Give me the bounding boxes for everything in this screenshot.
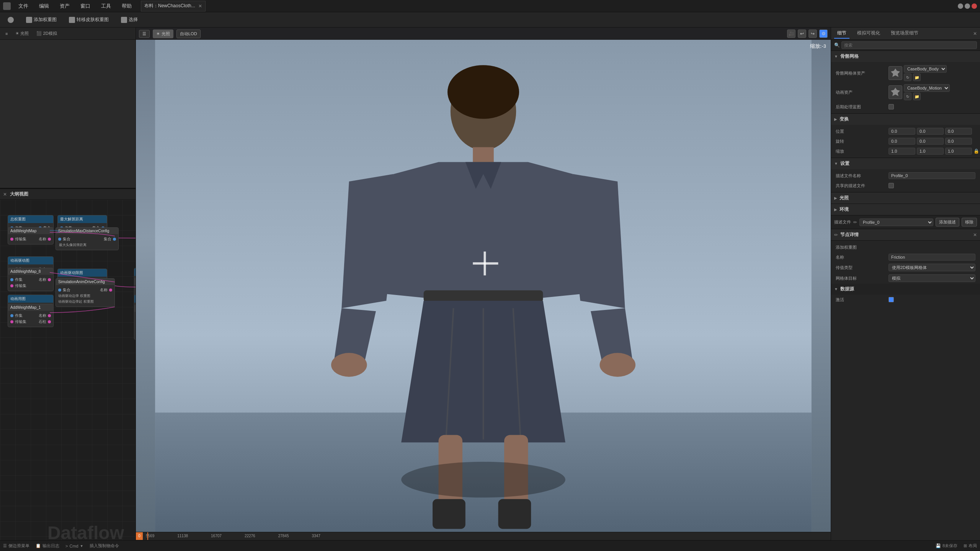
timeline-scrubber[interactable] — [147, 532, 148, 540]
remove-profile-btn[interactable]: 移除 — [962, 218, 977, 227]
status-save[interactable]: 💾 8未保存 — [936, 543, 957, 549]
node-detail-close[interactable]: ✕ — [973, 232, 977, 238]
transfer-type-select[interactable]: 使用2D模板网格体 — [889, 264, 975, 271]
panel-close-btn[interactable]: ✕ — [973, 31, 977, 36]
3d-viewport[interactable]: ☰ ☀ 光照 自动LOD 🎥 ↩ ↪ ⚙ — [136, 28, 831, 551]
profile-name-input[interactable] — [889, 172, 975, 179]
transfer-icon — [69, 17, 75, 23]
profile-name-row: 描述文件名称 — [831, 171, 980, 181]
settings-header[interactable]: ▼ 设置 — [831, 158, 980, 169]
lock-icon: 🔒 — [973, 148, 979, 154]
name-label: 名称 — [836, 254, 885, 260]
browse-motion-btn[interactable]: 📁 — [913, 93, 921, 100]
right-panel-header: 细节 模拟可视化 预览场景细节 ✕ — [831, 28, 980, 40]
graph-content[interactable]: Dataflow 总权重图 作集集合 AddWeightMap 传输集名称 — [0, 200, 136, 551]
close-btn[interactable] — [972, 3, 977, 9]
node-awm1[interactable]: AddWeightMap_1 作集名称 传输集石柱 — [8, 304, 54, 327]
environment-header[interactable]: ▶ 环境 — [831, 204, 980, 215]
svg-point-18 — [331, 353, 367, 377]
status-layout[interactable]: ⊞ 布局 — [964, 543, 977, 549]
lighting-header[interactable]: ▶ 光照 — [831, 192, 980, 204]
shared-desc-value — [889, 183, 975, 188]
profile-select[interactable]: Profile_0 — [859, 218, 933, 226]
status-sidebar-menu[interactable]: ☰ 侧边滑菜单 — [3, 543, 29, 549]
settings-btn[interactable]: ⚙ — [819, 29, 828, 38]
home-button[interactable] — [5, 15, 17, 24]
auto-lod-btn[interactable]: 自动LOD — [176, 29, 201, 38]
pin — [48, 320, 51, 323]
rot-y[interactable] — [917, 138, 944, 145]
refresh-motion-btn[interactable]: ↻ — [904, 93, 911, 100]
graph-background — [0, 200, 136, 551]
camera-btn[interactable]: 🎥 — [787, 29, 795, 38]
tab-details[interactable]: 细节 — [834, 28, 849, 39]
motion-thumbnail — [889, 85, 902, 99]
pos-x[interactable] — [889, 128, 915, 135]
body-asset-value: CaseBody_Body ↻ 📁 — [889, 65, 975, 81]
pos-z[interactable] — [945, 128, 972, 135]
lighting-btn[interactable]: ☀ 光照 — [13, 30, 31, 37]
redo-btn[interactable]: ↪ — [808, 29, 817, 38]
tab-close-btn[interactable]: ✕ — [198, 3, 202, 9]
post-process-value — [889, 104, 975, 109]
scale-y[interactable] — [917, 148, 944, 155]
menu-edit[interactable]: 编辑 — [36, 1, 52, 11]
skeleton-mesh-header[interactable]: ▼ 骨骼网格 — [831, 51, 980, 62]
status-cmd[interactable]: > Cmd ▼ — [65, 544, 83, 548]
left-panel: ≡ ☀ 光照 ⬛ 2D模拟 — [0, 28, 136, 551]
mesh-target-select[interactable]: 模拟 — [889, 274, 975, 282]
motion-asset-row: 动画资产 CaseBody_Motion ↻ 📁 — [831, 83, 980, 102]
tab-scene-details[interactable]: 预览场景细节 — [888, 28, 921, 39]
maximize-btn[interactable] — [965, 3, 970, 9]
node-addweight-main[interactable]: AddWeightMap 传输集名称 — [8, 227, 54, 245]
timeline-track[interactable]: 0 5569 11138 16707 22276 27845 3347 — [136, 532, 831, 540]
rot-z[interactable] — [945, 138, 972, 145]
name-input[interactable] — [889, 254, 975, 261]
motion-asset-label: 动画资产 — [836, 90, 885, 95]
activate-checkbox[interactable] — [889, 297, 894, 302]
menu-window[interactable]: 窗口 — [77, 1, 93, 11]
document-tab[interactable]: 布料：NewChaosCloth... ✕ — [141, 1, 206, 11]
add-profile-btn[interactable]: 添加描述 — [936, 218, 959, 227]
pattern-menu-btn[interactable]: ≡ — [3, 31, 10, 37]
menu-help[interactable]: 帮助 — [119, 1, 135, 11]
browse-body-btn[interactable]: 📁 — [913, 73, 921, 81]
viewport-menu-btn[interactable]: ☰ — [139, 30, 150, 38]
shared-desc-checkbox[interactable] — [889, 183, 894, 188]
select-btn[interactable]: 选择 — [118, 15, 141, 24]
add-weight-map-btn[interactable]: 添加权重图 — [23, 15, 60, 24]
search-input[interactable] — [841, 41, 977, 49]
shared-desc-label: 共享的描述文件 — [836, 183, 885, 189]
profile-name-value — [889, 172, 975, 179]
pencil-icon: ✏ — [834, 232, 838, 238]
transfer-skin-btn[interactable]: 转移皮肤权重图 — [66, 15, 112, 24]
menu-tools[interactable]: 工具 — [98, 1, 114, 11]
scale-x[interactable] — [889, 148, 915, 155]
node-anim-drive-config[interactable]: SimulationAnimDriveConfig 集合名称 动画驱动边弹 权重… — [56, 278, 115, 307]
pos-y[interactable] — [917, 128, 944, 135]
pattern-viewport: ≡ ☀ 光照 ⬛ 2D模拟 — [0, 28, 136, 188]
status-output-log[interactable]: 📋 输出日志 — [36, 543, 59, 549]
refresh-body-btn[interactable]: ↻ — [904, 73, 911, 81]
close-graph-btn[interactable]: ✕ — [3, 192, 7, 197]
motion-asset-select[interactable]: CaseBody_Motion — [904, 84, 950, 92]
menu-asset[interactable]: 资产 — [57, 1, 73, 11]
node-awm3[interactable]: AddWeightMap_3 集合名称 传输集持续 持续强度 权重图 持续强度 … — [134, 305, 136, 340]
lighting-btn[interactable]: ☀ 光照 — [153, 29, 173, 38]
menu-file[interactable]: 文件 — [15, 1, 31, 11]
post-process-checkbox[interactable] — [889, 104, 894, 109]
data-section-header[interactable]: ▼ 数据源 — [831, 284, 980, 295]
data-section-title: 数据源 — [840, 286, 854, 292]
node-sim-max-dist[interactable]: SimulationMaxDistanceConfig 集合集合 最大头像回弹距… — [56, 227, 119, 250]
body-asset-select[interactable]: CaseBody_Body — [904, 65, 947, 73]
transform-header[interactable]: ▶ 变换 — [831, 114, 980, 125]
rot-x[interactable] — [889, 138, 915, 145]
tab-sim-vis[interactable]: 模拟可视化 — [854, 28, 883, 39]
scale-z[interactable] — [945, 148, 972, 155]
node-awm8[interactable]: AddWeightMap_8 作集名称 传输集 — [8, 268, 54, 291]
undo-btn[interactable]: ↩ — [798, 29, 806, 38]
minimize-btn[interactable] — [958, 3, 963, 9]
node-name-row: 名称 — [831, 252, 980, 262]
2d-sim-btn[interactable]: ⬛ 2D模拟 — [34, 30, 59, 37]
status-prefab[interactable]: 插入预制物命令 — [90, 543, 119, 549]
